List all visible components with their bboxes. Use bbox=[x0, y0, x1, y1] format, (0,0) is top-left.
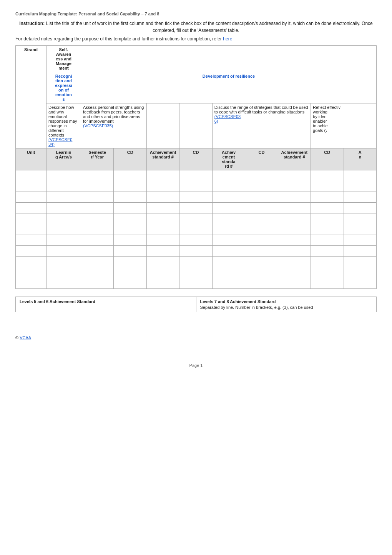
table-row bbox=[16, 213, 47, 224]
footer-left: Levels 5 and 6 Achievement Standard bbox=[16, 297, 196, 312]
table-row bbox=[16, 170, 47, 181]
table-row bbox=[16, 235, 47, 246]
cd4-cell: Reflect effectivworkingby idenenablerto … bbox=[311, 103, 377, 148]
cd-col1-header: CD bbox=[114, 148, 146, 170]
strand-label: Strand bbox=[24, 47, 38, 52]
semester-col-header: Semester/ Year bbox=[81, 148, 114, 170]
footer-right-sub: Separated by line. Number in brackets, e… bbox=[200, 305, 313, 310]
empty-top-cell bbox=[81, 46, 377, 72]
cd2c-cell bbox=[179, 103, 212, 148]
ach-col2-header: Achievementstandard # bbox=[212, 148, 245, 170]
unit-col-header: Unit bbox=[16, 148, 47, 170]
self-aware-label: Self-Awareness andManagement bbox=[56, 47, 71, 70]
cd2b-cell bbox=[146, 103, 179, 148]
self-aware-cell: Self-Awareness andManagement bbox=[47, 46, 81, 72]
footer-table: Levels 5 and 6 Achievement Standard Leve… bbox=[15, 297, 377, 312]
instruction-text: List the title of the unit of work in th… bbox=[45, 21, 373, 33]
cd1-link[interactable]: (VCPSCSE034) bbox=[48, 137, 72, 147]
cd-col3-header: CD bbox=[245, 148, 278, 170]
refer-line: For detailed notes regarding the purpose… bbox=[15, 36, 377, 42]
instruction-bold: Instruction: bbox=[19, 21, 45, 26]
page-header: Curriculum Mapping Template: Personal an… bbox=[15, 12, 377, 16]
page-footer: Page 1 bbox=[15, 363, 377, 368]
table-row bbox=[16, 192, 47, 203]
vcaa-footer: © VCAA bbox=[15, 335, 377, 340]
table-row bbox=[16, 278, 47, 289]
refer-link[interactable]: here bbox=[223, 36, 232, 42]
table-row bbox=[16, 267, 47, 278]
dev-resilience-label: Development of resilience bbox=[203, 74, 255, 78]
vcaa-link[interactable]: VCAA bbox=[20, 335, 31, 340]
cd1-cell: Describe how and why emotional responses… bbox=[47, 103, 81, 148]
cd3-cell: Discuss the range of strategies that cou… bbox=[212, 103, 311, 148]
ach-col3-header: Achievement standard # bbox=[278, 148, 311, 170]
footer-left-title: Levels 5 and 6 Achievement Standard bbox=[20, 299, 192, 304]
table-row bbox=[16, 224, 47, 235]
footer-right: Levels 7 and 8 Achievement Standard Sepa… bbox=[196, 297, 377, 312]
cd2-cell: Assess personal strengths using feedback… bbox=[81, 103, 147, 148]
instruction-block: Instruction: List the title of the unit … bbox=[15, 20, 377, 34]
substrand-cell: Recognition andexpression ofemotions bbox=[47, 72, 81, 103]
dev-resilience-cell: Development of resilience bbox=[81, 72, 377, 103]
strand-cell: Strand bbox=[16, 46, 47, 148]
learning-col-header: Learning Area/s bbox=[47, 148, 81, 170]
ach-col1-header: Achievement standard # bbox=[146, 148, 179, 170]
table-row bbox=[16, 246, 47, 257]
cd3-link[interactable]: (VCPSCSE036) bbox=[214, 114, 241, 123]
cd2-link[interactable]: (VCPSCSE035) bbox=[83, 123, 113, 128]
cd-col2-header: CD bbox=[179, 148, 212, 170]
table-row bbox=[16, 181, 47, 192]
cd-col4-header: CD bbox=[311, 148, 344, 170]
page-number: Page 1 bbox=[189, 363, 203, 368]
ach-col4-header: An bbox=[344, 148, 377, 170]
table-row bbox=[16, 203, 47, 213]
table-row bbox=[16, 257, 47, 267]
main-table: Strand Self-Awareness andManagement Reco… bbox=[15, 45, 377, 289]
footer-right-title: Levels 7 and 8 Achievement Standard bbox=[200, 299, 373, 304]
